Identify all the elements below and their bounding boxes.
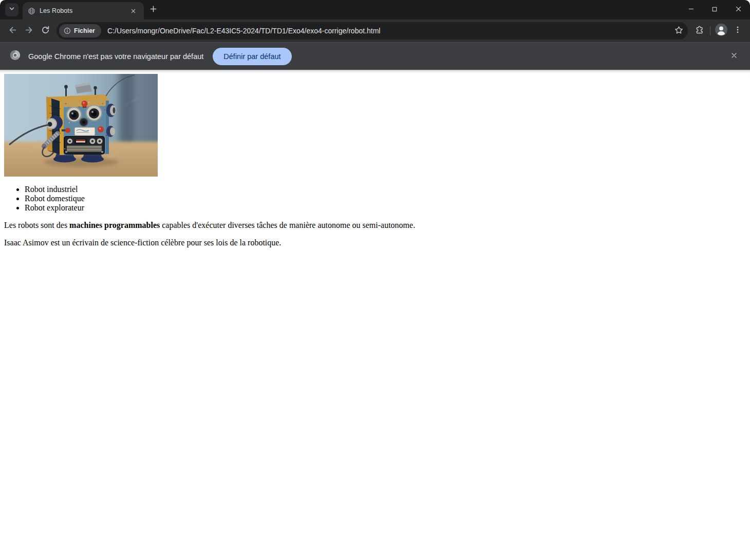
default-browser-infobar: Google Chrome n'est pas votre navigateur…: [0, 42, 750, 70]
file-scheme-chip[interactable]: Fichier: [59, 24, 101, 37]
paragraph-bold-text: machines programmables: [69, 221, 160, 229]
infobar-close-button[interactable]: [726, 49, 742, 64]
reload-button[interactable]: [37, 23, 53, 39]
infobar-message: Google Chrome n'est pas votre navigateur…: [28, 52, 203, 61]
list-item: Robot explorateur: [25, 203, 746, 213]
paragraph-robots: Les robots sont des machines programmabl…: [4, 221, 746, 230]
three-dot-menu-icon: [734, 26, 742, 36]
set-default-button[interactable]: Définir par défaut: [213, 48, 291, 65]
close-icon: [735, 5, 742, 14]
forward-arrow-icon: [25, 26, 33, 36]
robot-photo: © freepik © freepik © freepik © freepik: [4, 74, 158, 177]
window-close-button[interactable]: [726, 0, 750, 20]
robot-types-list: Robot industriel Robot domestique Robot …: [4, 185, 746, 213]
minimize-icon: [688, 5, 695, 14]
url-text[interactable]: C:/Users/mongr/OneDrive/Fac/L2-E43IC5-20…: [107, 27, 671, 35]
tab-les-robots[interactable]: Les Robots: [23, 2, 144, 20]
toolbar-right: [691, 23, 746, 39]
forward-button[interactable]: [21, 23, 37, 39]
globe-icon: [28, 7, 35, 15]
robot-radio-panel: [64, 137, 104, 154]
paragraph-text: Les robots sont des: [4, 221, 69, 229]
paragraph-asimov: Isaac Asimov est un écrivain de science-…: [4, 238, 746, 247]
list-item: Robot domestique: [25, 194, 746, 203]
list-item: Robot industriel: [25, 185, 746, 194]
tab-close-icon[interactable]: [128, 6, 138, 15]
window-minimize-button[interactable]: [679, 0, 703, 20]
toolbar-separator: [710, 26, 710, 35]
new-tab-button[interactable]: [146, 3, 160, 17]
chrome-logo-icon: [9, 49, 21, 63]
maximize-icon: [711, 5, 718, 14]
reload-icon: [41, 26, 50, 36]
puzzle-icon: [695, 26, 704, 36]
avatar-icon: [715, 23, 728, 38]
profile-button[interactable]: [713, 23, 729, 39]
info-circle-icon: [64, 27, 71, 34]
paragraph-text: capables d'exécuter diverses tâches de m…: [160, 221, 415, 229]
chip-label: Fichier: [74, 27, 95, 34]
browser-window: Les Robots: [0, 0, 750, 560]
address-bar[interactable]: Fichier C:/Users/mongr/OneDrive/Fac/L2-E…: [57, 22, 688, 40]
browser-toolbar: Fichier C:/Users/mongr/OneDrive/Fac/L2-E…: [0, 20, 750, 42]
star-icon: [674, 26, 683, 36]
window-maximize-button[interactable]: [703, 0, 726, 20]
bookmark-button[interactable]: [671, 24, 686, 38]
plus-icon: [149, 5, 157, 15]
window-controls: [679, 0, 750, 20]
chevron-down-icon: [8, 5, 15, 14]
menu-button[interactable]: [729, 23, 746, 39]
page-content: © freepik © freepik © freepik © freepik: [0, 70, 750, 560]
tab-search-button[interactable]: [5, 3, 18, 16]
extensions-button[interactable]: [691, 23, 707, 39]
close-icon: [730, 52, 738, 61]
tab-strip: Les Robots: [0, 0, 750, 20]
back-button[interactable]: [4, 23, 21, 39]
back-arrow-icon: [8, 26, 17, 36]
tab-title: Les Robots: [40, 7, 128, 14]
